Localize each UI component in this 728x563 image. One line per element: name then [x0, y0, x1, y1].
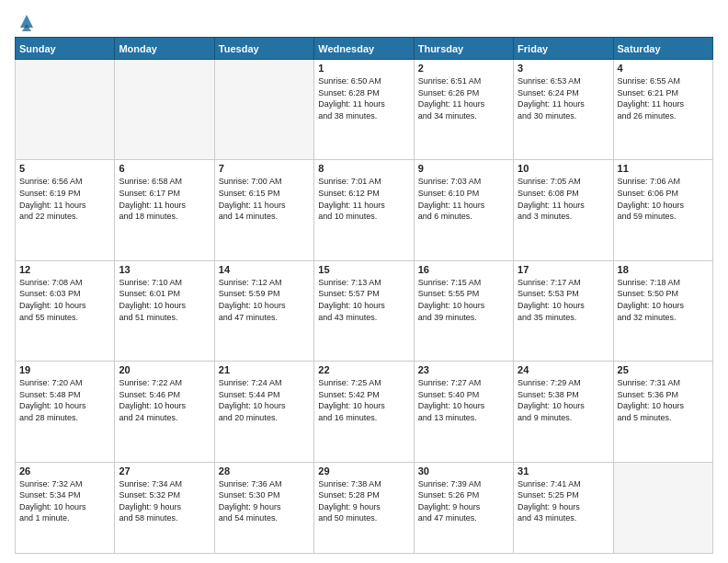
- day-info: Sunrise: 7:01 AM Sunset: 6:12 PM Dayligh…: [318, 176, 409, 222]
- day-info: Sunrise: 7:31 AM Sunset: 5:36 PM Dayligh…: [618, 377, 709, 423]
- day-number: 25: [618, 364, 709, 375]
- day-number: 8: [318, 163, 409, 174]
- day-info: Sunrise: 7:39 AM Sunset: 5:26 PM Dayligh…: [418, 478, 509, 524]
- calendar-cell: 24Sunrise: 7:29 AM Sunset: 5:38 PM Dayli…: [514, 362, 613, 462]
- weekday-header: Sunday: [16, 38, 115, 60]
- calendar-cell: 6Sunrise: 6:58 AM Sunset: 6:17 PM Daylig…: [115, 160, 214, 260]
- calendar-cell: 14Sunrise: 7:12 AM Sunset: 5:59 PM Dayli…: [214, 260, 313, 361]
- calendar-cell: 7Sunrise: 7:00 AM Sunset: 6:15 PM Daylig…: [214, 160, 313, 260]
- logo-icon: [17, 11, 37, 31]
- day-number: 15: [318, 264, 409, 275]
- day-info: Sunrise: 7:38 AM Sunset: 5:28 PM Dayligh…: [318, 478, 409, 524]
- day-info: Sunrise: 6:51 AM Sunset: 6:26 PM Dayligh…: [418, 75, 509, 121]
- calendar-cell: [613, 462, 712, 554]
- calendar-cell: 4Sunrise: 6:55 AM Sunset: 6:21 PM Daylig…: [613, 60, 712, 160]
- weekday-header: Monday: [115, 38, 214, 60]
- day-info: Sunrise: 6:56 AM Sunset: 6:19 PM Dayligh…: [19, 176, 110, 222]
- calendar-week-row: 1Sunrise: 6:50 AM Sunset: 6:28 PM Daylig…: [16, 60, 713, 160]
- day-info: Sunrise: 7:10 AM Sunset: 6:01 PM Dayligh…: [119, 277, 210, 323]
- calendar-cell: 20Sunrise: 7:22 AM Sunset: 5:46 PM Dayli…: [115, 362, 214, 462]
- day-number: 1: [318, 63, 409, 74]
- day-info: Sunrise: 7:13 AM Sunset: 5:57 PM Dayligh…: [318, 277, 409, 323]
- calendar-cell: 2Sunrise: 6:51 AM Sunset: 6:26 PM Daylig…: [414, 60, 513, 160]
- calendar-cell: 19Sunrise: 7:20 AM Sunset: 5:48 PM Dayli…: [16, 362, 115, 462]
- day-info: Sunrise: 7:41 AM Sunset: 5:25 PM Dayligh…: [518, 478, 609, 524]
- day-number: 29: [318, 465, 409, 477]
- day-info: Sunrise: 7:03 AM Sunset: 6:10 PM Dayligh…: [418, 176, 509, 222]
- day-number: 21: [219, 364, 310, 375]
- day-number: 20: [119, 364, 210, 375]
- day-number: 23: [418, 364, 509, 375]
- day-info: Sunrise: 7:32 AM Sunset: 5:34 PM Dayligh…: [19, 478, 110, 524]
- weekday-header: Tuesday: [214, 38, 313, 60]
- day-info: Sunrise: 7:18 AM Sunset: 5:50 PM Dayligh…: [618, 277, 709, 323]
- day-info: Sunrise: 7:06 AM Sunset: 6:06 PM Dayligh…: [618, 176, 709, 222]
- day-number: 22: [318, 364, 409, 375]
- calendar-cell: 23Sunrise: 7:27 AM Sunset: 5:40 PM Dayli…: [414, 362, 513, 462]
- day-number: 11: [618, 163, 709, 174]
- day-number: 14: [219, 264, 310, 275]
- calendar-cell: 17Sunrise: 7:17 AM Sunset: 5:53 PM Dayli…: [514, 260, 613, 361]
- calendar-cell: 15Sunrise: 7:13 AM Sunset: 5:57 PM Dayli…: [314, 260, 414, 361]
- calendar-cell: 26Sunrise: 7:32 AM Sunset: 5:34 PM Dayli…: [16, 462, 115, 554]
- day-info: Sunrise: 6:58 AM Sunset: 6:17 PM Dayligh…: [119, 176, 210, 222]
- calendar-cell: 12Sunrise: 7:08 AM Sunset: 6:03 PM Dayli…: [16, 260, 115, 361]
- day-info: Sunrise: 7:34 AM Sunset: 5:32 PM Dayligh…: [119, 478, 210, 524]
- calendar-cell: 8Sunrise: 7:01 AM Sunset: 6:12 PM Daylig…: [314, 160, 414, 260]
- calendar-week-row: 5Sunrise: 6:56 AM Sunset: 6:19 PM Daylig…: [16, 160, 713, 260]
- day-info: Sunrise: 6:50 AM Sunset: 6:28 PM Dayligh…: [318, 75, 409, 121]
- day-info: Sunrise: 6:55 AM Sunset: 6:21 PM Dayligh…: [618, 75, 709, 121]
- calendar-cell: 5Sunrise: 6:56 AM Sunset: 6:19 PM Daylig…: [16, 160, 115, 260]
- calendar-cell: 1Sunrise: 6:50 AM Sunset: 6:28 PM Daylig…: [314, 60, 414, 160]
- weekday-header-row: SundayMondayTuesdayWednesdayThursdayFrid…: [16, 38, 713, 60]
- day-info: Sunrise: 7:29 AM Sunset: 5:38 PM Dayligh…: [518, 377, 609, 423]
- calendar-cell: 29Sunrise: 7:38 AM Sunset: 5:28 PM Dayli…: [314, 462, 414, 554]
- day-info: Sunrise: 7:08 AM Sunset: 6:03 PM Dayligh…: [19, 277, 110, 323]
- calendar-cell: 16Sunrise: 7:15 AM Sunset: 5:55 PM Dayli…: [414, 260, 513, 361]
- day-number: 5: [19, 163, 110, 174]
- calendar-cell: [115, 60, 214, 160]
- day-number: 6: [119, 163, 210, 174]
- day-info: Sunrise: 7:24 AM Sunset: 5:44 PM Dayligh…: [219, 377, 310, 423]
- calendar-cell: 25Sunrise: 7:31 AM Sunset: 5:36 PM Dayli…: [613, 362, 712, 462]
- day-info: Sunrise: 7:15 AM Sunset: 5:55 PM Dayligh…: [418, 277, 509, 323]
- calendar-cell: 22Sunrise: 7:25 AM Sunset: 5:42 PM Dayli…: [314, 362, 414, 462]
- day-number: 26: [19, 465, 110, 477]
- weekday-header: Saturday: [613, 38, 712, 60]
- day-number: 28: [219, 465, 310, 477]
- page: SundayMondayTuesdayWednesdayThursdayFrid…: [0, 0, 728, 563]
- calendar-cell: 18Sunrise: 7:18 AM Sunset: 5:50 PM Dayli…: [613, 260, 712, 361]
- calendar-cell: 10Sunrise: 7:05 AM Sunset: 6:08 PM Dayli…: [514, 160, 613, 260]
- day-number: 9: [418, 163, 509, 174]
- day-info: Sunrise: 7:05 AM Sunset: 6:08 PM Dayligh…: [518, 176, 609, 222]
- day-info: Sunrise: 7:12 AM Sunset: 5:59 PM Dayligh…: [219, 277, 310, 323]
- day-info: Sunrise: 7:36 AM Sunset: 5:30 PM Dayligh…: [219, 478, 310, 524]
- calendar-table: SundayMondayTuesdayWednesdayThursdayFrid…: [15, 37, 713, 554]
- day-info: Sunrise: 7:27 AM Sunset: 5:40 PM Dayligh…: [418, 377, 509, 423]
- calendar-cell: 13Sunrise: 7:10 AM Sunset: 6:01 PM Dayli…: [115, 260, 214, 361]
- day-number: 30: [418, 465, 509, 477]
- calendar-cell: 30Sunrise: 7:39 AM Sunset: 5:26 PM Dayli…: [414, 462, 513, 554]
- calendar-week-row: 12Sunrise: 7:08 AM Sunset: 6:03 PM Dayli…: [16, 260, 713, 361]
- weekday-header: Friday: [514, 38, 613, 60]
- day-info: Sunrise: 7:22 AM Sunset: 5:46 PM Dayligh…: [119, 377, 210, 423]
- calendar-cell: 9Sunrise: 7:03 AM Sunset: 6:10 PM Daylig…: [414, 160, 513, 260]
- calendar-cell: [214, 60, 313, 160]
- calendar-cell: 27Sunrise: 7:34 AM Sunset: 5:32 PM Dayli…: [115, 462, 214, 554]
- day-number: 16: [418, 264, 509, 275]
- weekday-header: Thursday: [414, 38, 513, 60]
- weekday-header: Wednesday: [314, 38, 414, 60]
- day-number: 10: [518, 163, 609, 174]
- day-info: Sunrise: 7:00 AM Sunset: 6:15 PM Dayligh…: [219, 176, 310, 222]
- logo: [15, 11, 37, 31]
- day-number: 24: [518, 364, 609, 375]
- day-number: 12: [19, 264, 110, 275]
- day-info: Sunrise: 6:53 AM Sunset: 6:24 PM Dayligh…: [518, 75, 609, 121]
- day-info: Sunrise: 7:17 AM Sunset: 5:53 PM Dayligh…: [518, 277, 609, 323]
- calendar-cell: 3Sunrise: 6:53 AM Sunset: 6:24 PM Daylig…: [514, 60, 613, 160]
- calendar-cell: 21Sunrise: 7:24 AM Sunset: 5:44 PM Dayli…: [214, 362, 313, 462]
- calendar-cell: 28Sunrise: 7:36 AM Sunset: 5:30 PM Dayli…: [214, 462, 313, 554]
- calendar-week-row: 26Sunrise: 7:32 AM Sunset: 5:34 PM Dayli…: [16, 462, 713, 554]
- day-number: 17: [518, 264, 609, 275]
- day-number: 4: [618, 63, 709, 74]
